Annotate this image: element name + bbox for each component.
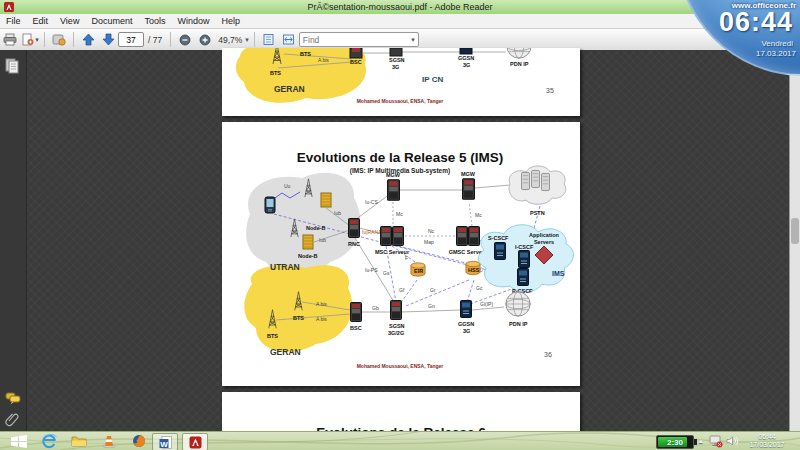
find-input[interactable] xyxy=(303,35,391,45)
battery-tip xyxy=(694,439,697,445)
ipcn-label: IP CN xyxy=(422,75,443,84)
menu-window[interactable]: Window xyxy=(171,16,215,26)
rnc-server-icon xyxy=(349,219,360,238)
zoom-out-button[interactable] xyxy=(176,31,194,48)
previous-page-button[interactable] xyxy=(79,31,97,48)
file-explorer-icon[interactable] xyxy=(66,432,92,450)
next-page-button[interactable] xyxy=(99,31,117,48)
toolbar-separator xyxy=(44,32,45,47)
word-taskbar-button[interactable]: W xyxy=(152,433,178,450)
taskbar: W 2:30 ▴ xyxy=(0,431,800,450)
geran-cloud xyxy=(244,265,352,352)
vertical-scrollbar[interactable] xyxy=(789,50,800,432)
ggsn-label: GGSN xyxy=(458,321,474,327)
arrow-up-icon xyxy=(82,33,95,46)
pages-panel-icon[interactable] xyxy=(5,58,20,74)
battery-time: 2:30 xyxy=(667,438,683,447)
sgsn-server-icon xyxy=(390,48,402,56)
abis-label: A bis xyxy=(316,301,327,307)
bsc-label: BSC xyxy=(350,59,362,65)
firefox-icon[interactable] xyxy=(126,432,152,450)
sgsn-server-icon xyxy=(391,301,402,320)
slide-footer: Mohamed Moussaoui, ENSA, Tanger xyxy=(357,363,444,369)
menu-bar: File Edit View Document Tools Window Hel… xyxy=(0,14,800,29)
find-box[interactable]: ▾ xyxy=(299,32,419,47)
menu-help[interactable]: Help xyxy=(215,16,246,26)
network-disconnected-icon xyxy=(709,435,723,448)
f-label: F xyxy=(405,255,408,261)
pdn-label: PDN IP xyxy=(510,61,529,67)
geran-label: GERAN xyxy=(274,84,305,94)
mgw-label: MGW xyxy=(386,172,401,178)
ggsn-server-icon xyxy=(461,301,472,318)
windows-logo-icon xyxy=(11,435,27,448)
page-total-label: / 77 xyxy=(148,35,162,45)
battery-meter[interactable]: 2:30 xyxy=(656,435,694,449)
mgw-label: MGW xyxy=(461,171,476,177)
gr-label: Gr xyxy=(430,287,436,293)
menu-document[interactable]: Document xyxy=(85,16,138,26)
pcscf-server-icon xyxy=(518,269,529,286)
comments-panel-icon[interactable] xyxy=(5,392,22,405)
print-button[interactable] xyxy=(1,31,19,48)
tray-clock[interactable]: 06:44 17/03/2017 xyxy=(738,433,796,449)
slide-footer: Mohamed Moussaoui, ENSA, Tanger xyxy=(357,98,444,104)
utran-cloud xyxy=(246,173,360,276)
window-titlebar: PrÃ©sentation-moussaoui.pdf - Adobe Read… xyxy=(0,0,800,14)
toolbar-separator xyxy=(73,32,74,47)
sgsn-label2: 3G/2G xyxy=(388,330,404,336)
ie-logo-icon xyxy=(42,434,57,449)
scrolling-mode-icon xyxy=(262,33,275,46)
nodeb-label: Node-B xyxy=(306,225,326,231)
mc-label: Mc xyxy=(475,212,482,218)
share-document-button[interactable]: ▾ xyxy=(21,31,39,48)
menu-tools[interactable]: Tools xyxy=(138,16,171,26)
map-label: Map xyxy=(424,239,434,245)
network-status-icon[interactable] xyxy=(708,432,724,450)
uu-label: Uu xyxy=(284,183,291,189)
collaborate-icon xyxy=(52,33,66,46)
pstn-server-icon xyxy=(531,170,539,187)
caret-down-icon: ▾ xyxy=(245,36,249,44)
menu-file[interactable]: File xyxy=(0,16,27,26)
icscf-server-icon xyxy=(519,251,530,268)
window-title: PrÃ©sentation-moussaoui.pdf - Adobe Read… xyxy=(0,2,800,12)
scrollbar-thumb[interactable] xyxy=(791,218,799,244)
collaborate-button[interactable] xyxy=(50,31,68,48)
vlc-icon[interactable] xyxy=(96,432,122,450)
ims-label: IMS xyxy=(552,270,565,277)
word-glyph: W xyxy=(160,439,168,448)
zoom-in-icon xyxy=(199,34,211,46)
menu-edit[interactable]: Edit xyxy=(27,16,55,26)
iucs-label: Iu-CS xyxy=(365,199,378,205)
firefox-logo-icon xyxy=(132,434,146,448)
zoom-in-button[interactable] xyxy=(196,31,214,48)
menu-view[interactable]: View xyxy=(54,16,85,26)
zoom-level-dropdown[interactable]: 49,7% ▾ xyxy=(216,31,249,48)
gs-label: Gs xyxy=(383,270,390,276)
msc-server-icon xyxy=(393,227,404,246)
internet-explorer-icon[interactable] xyxy=(36,432,62,450)
arrow-down-icon xyxy=(102,33,115,46)
start-button[interactable] xyxy=(4,432,34,450)
pdf-page-36: Evolutions de la Release 5 (IMS) (IMS: I… xyxy=(222,122,580,386)
pdn-globe-icon xyxy=(506,292,530,316)
gb-label: Gb xyxy=(372,305,379,311)
bts-label: BTS xyxy=(270,70,281,76)
fit-width-button[interactable] xyxy=(280,31,298,48)
nodeb-cabinet-icon xyxy=(303,235,313,249)
abis-label: A bis xyxy=(316,316,327,322)
attachments-panel-icon[interactable] xyxy=(5,412,20,428)
scrolling-mode-button[interactable] xyxy=(260,31,278,48)
show-hidden-icons-button[interactable]: ▴ xyxy=(699,437,703,445)
toolbar-separator xyxy=(170,32,171,47)
abis-label: A bis xyxy=(318,57,329,63)
gc-label: Gc xyxy=(476,285,483,291)
scscf-server-icon xyxy=(495,243,506,260)
page-number-input[interactable] xyxy=(118,32,144,47)
mc-label: Mc xyxy=(396,211,403,217)
mgw-server-icon xyxy=(463,179,475,200)
nc-label: Nc xyxy=(428,228,435,234)
adobe-reader-taskbar-button[interactable] xyxy=(182,433,208,450)
bts-label: BTS xyxy=(267,333,278,339)
